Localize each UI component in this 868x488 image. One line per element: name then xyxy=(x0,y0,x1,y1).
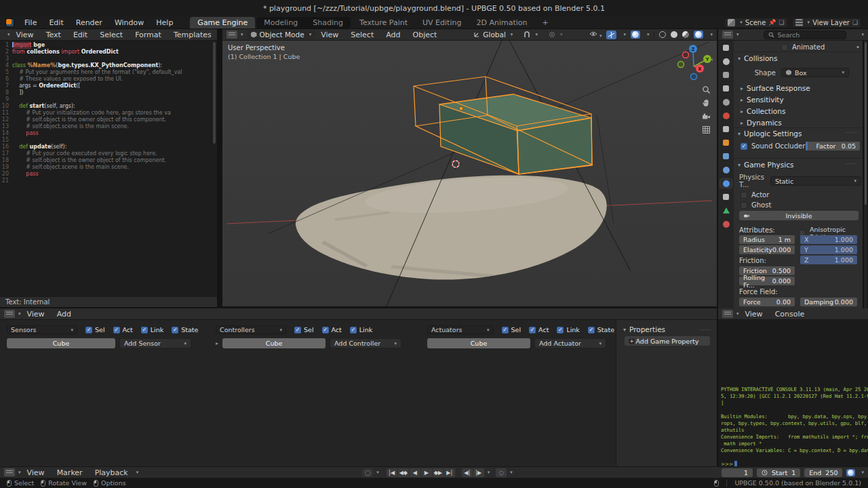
editor-type-console-icon[interactable] xyxy=(722,310,733,318)
editor-type-3d-icon[interactable] xyxy=(226,30,237,39)
logic-editor-body[interactable]: Sensors▾✓Sel✓Act✓Link✓StateCubeAdd Senso… xyxy=(0,320,717,466)
code-line[interactable]: 10 def start(self, args): xyxy=(0,103,217,110)
panel-header-dynamics[interactable]: ▸Dynamics xyxy=(741,119,782,127)
jump-to-end-button[interactable]: ▶| xyxy=(444,468,456,477)
menu-view[interactable]: View xyxy=(21,468,51,477)
editor-type-logic-icon[interactable] xyxy=(4,310,15,318)
aniso-y-field[interactable]: Y1.000 xyxy=(800,245,857,254)
menu-playback[interactable]: Playback xyxy=(89,468,134,477)
controllers-filter-link[interactable]: ✓Link xyxy=(350,326,372,333)
code-line[interactable]: 6 # These values are exposed to the UI. xyxy=(0,76,217,83)
new-layer-icon[interactable]: ❏ xyxy=(852,19,858,26)
menu-marker[interactable]: Marker xyxy=(51,468,89,477)
menu-select[interactable]: Select xyxy=(94,30,129,39)
menu-view[interactable]: View xyxy=(739,310,769,319)
console-prompt[interactable]: >>> xyxy=(721,461,868,466)
code-line[interactable]: 1import bge xyxy=(0,42,217,49)
code-line[interactable]: 14 pass xyxy=(0,130,217,137)
viewport-camera-view-tool[interactable] xyxy=(701,111,711,122)
code-line[interactable]: 15 xyxy=(0,137,217,144)
code-line[interactable]: 20 pass xyxy=(0,171,217,178)
actuators-filter-state[interactable]: ✓State xyxy=(588,326,614,333)
menu-edit[interactable]: Edit xyxy=(67,30,94,39)
properties-tab-object-data[interactable] xyxy=(720,206,732,215)
current-frame-field[interactable]: 1 xyxy=(722,468,753,477)
code-line[interactable]: 4class %Name%(bge.types.KX_PythonCompone… xyxy=(0,62,217,69)
shading-rendered-button[interactable] xyxy=(694,30,703,39)
editor-type-timeline-icon[interactable] xyxy=(4,468,15,476)
properties-tab-modifiers[interactable] xyxy=(720,152,732,161)
actuators-type-dropdown[interactable]: Actuators▾ xyxy=(427,325,494,334)
properties-scrollbar[interactable] xyxy=(864,41,867,308)
viewport-canvas[interactable]: User Perspective (1) Collection 1 | Cube… xyxy=(222,41,717,306)
timeline-sync-toggle[interactable] xyxy=(846,469,855,476)
workspace-tab-+[interactable]: + xyxy=(534,17,555,28)
menu-window[interactable]: Window xyxy=(108,18,150,27)
controllers-type-dropdown[interactable]: Controllers▾ xyxy=(216,325,286,334)
properties-tab-physics[interactable] xyxy=(720,179,732,188)
properties-tab-world[interactable] xyxy=(720,111,732,120)
prev-frame-button[interactable]: ◀| xyxy=(462,468,473,477)
play-button[interactable]: ▶ xyxy=(421,468,433,477)
code-line[interactable]: 11 # Put your initialization code here, … xyxy=(0,110,217,117)
factor-slider[interactable]: Factor 0.05 xyxy=(806,142,860,150)
navigation-gizmo[interactable]: Z Y X xyxy=(675,43,714,83)
actuators-filter-sel[interactable]: ✓Sel xyxy=(502,326,521,333)
menu-file[interactable]: File xyxy=(18,18,43,27)
properties-search-input[interactable]: Search xyxy=(764,30,846,39)
uplogic-panel-header[interactable]: ▾Uplogic Settings xyxy=(738,129,802,138)
workspace-tab-texture-paint[interactable]: Texture Paint xyxy=(352,17,415,28)
next-keyframe-button[interactable]: ◆▶ xyxy=(433,468,444,477)
mode-dropdown[interactable]: Object Mode ▾ xyxy=(248,30,315,39)
jump-to-start-button[interactable]: |◀ xyxy=(387,468,398,477)
properties-tab-object[interactable] xyxy=(720,138,732,147)
viewport-zoom-tool[interactable] xyxy=(701,84,711,95)
menu-object[interactable]: Object xyxy=(407,30,443,39)
menu-format[interactable]: Format xyxy=(129,30,167,39)
workspace-tab-game-engine[interactable]: Game Engine xyxy=(190,17,255,28)
menu-view[interactable]: View xyxy=(10,30,40,39)
force-field[interactable]: Force0.00 xyxy=(739,298,795,306)
shading-wireframe-button[interactable] xyxy=(659,31,666,38)
elasticity-field[interactable]: Elasticity0.000 xyxy=(739,245,795,254)
controllers-filter-act[interactable]: ✓Act xyxy=(322,326,342,333)
keying-set-icon[interactable]: ◌ xyxy=(496,468,507,477)
code-line[interactable]: 5 # Put your arguments here of the forma… xyxy=(0,69,217,76)
properties-tab-render[interactable] xyxy=(720,57,732,66)
panel-header-sensitivity[interactable]: ▸Sensitivity xyxy=(741,96,784,104)
menu-text[interactable]: Text xyxy=(40,30,67,39)
code-line[interactable]: 8 ]) xyxy=(0,89,217,96)
workspace-tab-uv-editing[interactable]: UV Editing xyxy=(415,17,469,28)
invisible-button[interactable]: Invisible xyxy=(739,211,859,220)
sensors-filter-link[interactable]: ✓Link xyxy=(141,326,163,333)
menu-edit[interactable]: Edit xyxy=(43,18,69,27)
new-scene-icon[interactable]: ❏ xyxy=(779,19,785,26)
add-actuator-dropdown[interactable]: Add Actuator▾ xyxy=(534,338,606,348)
gizmos-toggle[interactable] xyxy=(606,30,616,39)
menu-view[interactable]: View xyxy=(315,30,344,39)
code-line[interactable]: 13 # self.object.scene is the main scene… xyxy=(0,123,217,130)
code-line[interactable]: 9 xyxy=(0,96,217,103)
shape-dropdown[interactable]: Box ▾ xyxy=(781,68,849,77)
properties-tab-view-layer[interactable] xyxy=(720,84,732,93)
controllers-filter-sel[interactable]: ✓Sel xyxy=(294,326,314,333)
radius-field[interactable]: Radius1 m xyxy=(739,235,795,244)
menu-console[interactable]: Console xyxy=(769,310,811,319)
code-line[interactable]: 7 args = OrderedDict([ xyxy=(0,83,217,89)
properties-tab-material[interactable] xyxy=(720,220,732,228)
sensors-filter-sel[interactable]: ✓Sel xyxy=(85,326,105,333)
aniso-x-field[interactable]: X1.000 xyxy=(800,235,857,244)
sensors-filter-act[interactable]: ✓Act xyxy=(113,326,133,333)
viewport-ortho-grid-tool[interactable] xyxy=(701,124,711,135)
editor-type-properties-icon[interactable] xyxy=(722,30,733,39)
snap-toggle[interactable]: ▾ xyxy=(520,30,541,39)
code-line[interactable]: 17 # Put your code executed every logic … xyxy=(0,150,217,157)
actuators-object-button[interactable]: Cube xyxy=(427,338,530,348)
shading-material-button[interactable] xyxy=(682,31,689,38)
code-line[interactable]: 19 # self.object.scene is the main scene… xyxy=(0,164,217,171)
code-line[interactable]: 3 xyxy=(0,56,217,62)
add-controller-dropdown[interactable]: Add Controller▾ xyxy=(330,338,401,348)
shading-solid-button[interactable] xyxy=(671,31,677,38)
controllers-object-button[interactable]: Cube xyxy=(222,338,326,348)
game-physics-panel-header[interactable]: ▾Game Physics xyxy=(738,161,793,169)
